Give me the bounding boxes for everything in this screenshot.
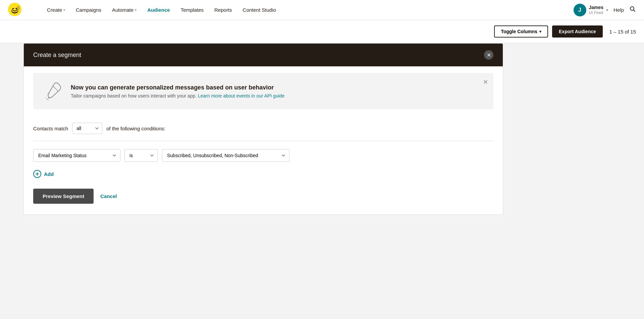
toggle-columns-button[interactable]: Toggle Columns ▾ [494,25,548,38]
nav-right: J James UI Feed ▾ Help [574,4,636,16]
banner-quill-icon [43,81,63,101]
nav-reports[interactable]: Reports [209,4,237,15]
contacts-match-label: Contacts match [33,126,68,131]
top-navigation: Create ▾ Campaigns Automate ▾ Audience T… [0,0,644,20]
info-banner: Now you can generate personalized messag… [33,73,493,109]
user-name: James [589,5,604,10]
svg-point-9 [49,97,50,99]
condition-operator-select[interactable]: is is not [124,149,158,162]
nav-audience[interactable]: Audience [142,4,175,15]
banner-learn-more-link[interactable]: Learn more about events in our API guide [198,93,284,99]
segment-modal-title: Create a segment [33,52,81,59]
banner-headline: Now you can generate personalized messag… [71,84,284,91]
cancel-button[interactable]: Cancel [100,193,117,199]
svg-point-7 [17,6,19,10]
contacts-match-row: Contacts match all any of the following … [33,123,493,141]
mailchimp-logo[interactable] [8,3,32,17]
svg-point-8 [630,7,634,10]
help-link[interactable]: Help [613,7,624,13]
user-chevron-icon: ▾ [606,8,608,12]
user-menu[interactable]: J James UI Feed ▾ [574,4,608,16]
banner-body: Tailor campaigns based on how users inte… [71,93,284,99]
banner-text: Now you can generate personalized messag… [71,84,284,99]
svg-point-5 [12,8,14,9]
automate-chevron-icon: ▾ [135,8,137,12]
nav-create[interactable]: Create ▾ [42,4,70,15]
nav-templates[interactable]: Templates [175,4,209,15]
condition-field-select[interactable]: Email Marketing Status Email Address Fir… [33,149,120,162]
user-sub: UI Feed [589,10,604,15]
nav-content-studio[interactable]: Content Studio [237,4,281,15]
svg-point-12 [48,100,49,101]
nav-automate[interactable]: Automate ▾ [107,4,142,15]
close-banner-button[interactable]: ✕ [483,78,488,86]
svg-point-10 [47,99,48,100]
condition-value-select[interactable]: Subscribed, Unsubscribed, Non-Subscribed… [162,149,289,162]
segment-modal-header: Create a segment ✕ [24,44,503,66]
svg-point-6 [16,8,17,9]
add-condition-button[interactable]: + Add [33,170,54,178]
toggle-chevron-icon: ▾ [539,29,541,34]
close-segment-modal-button[interactable]: ✕ [484,50,493,60]
contacts-match-select[interactable]: all any [72,123,102,134]
add-icon: + [33,170,41,178]
segment-modal: Create a segment ✕ Now you can [23,43,503,215]
action-buttons: Preview Segment Cancel [33,189,493,204]
condition-row: Email Marketing Status Email Address Fir… [33,149,493,162]
contacts-match-suffix: of the following conditions: [106,126,165,131]
search-icon[interactable] [629,6,636,14]
segment-body: Contacts match all any of the following … [24,116,503,214]
nav-campaigns[interactable]: Campaigns [70,4,107,15]
nav-links: Create ▾ Campaigns Automate ▾ Audience T… [42,4,574,15]
export-audience-button[interactable]: Export Audience [552,25,603,38]
main-content: Create a segment ✕ Now you can [0,43,644,215]
create-chevron-icon: ▾ [63,8,65,12]
avatar: J [574,4,586,16]
preview-segment-button[interactable]: Preview Segment [33,189,94,204]
toolbar: Toggle Columns ▾ Export Audience 1 – 15 … [0,20,644,43]
pagination-count: 1 – 15 of 15 [609,29,636,35]
svg-point-11 [46,98,46,98]
